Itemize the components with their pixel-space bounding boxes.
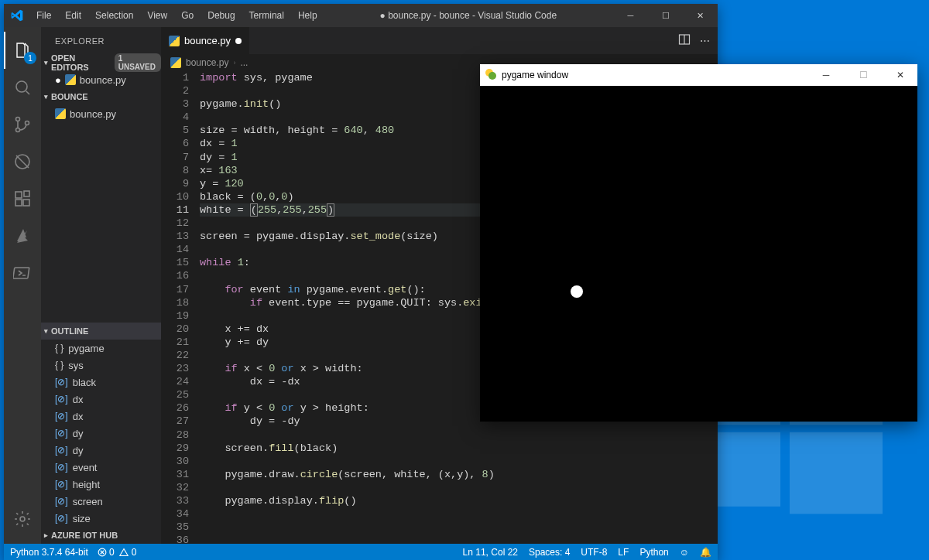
pygame-minimize-button[interactable]: ─	[809, 64, 843, 86]
chevron-down-icon: ▾	[44, 59, 48, 67]
bouncing-ball	[571, 285, 583, 298]
azure-iot-header[interactable]: ▸ AZURE IOT HUB	[41, 527, 161, 544]
titlebar[interactable]: File Edit Selection View Go Debug Termin…	[4, 4, 718, 27]
outline-item-label: dy	[73, 445, 84, 456]
breadcrumb-more[interactable]: ...	[240, 57, 248, 68]
outline-item[interactable]: [⊘]dx	[41, 408, 161, 425]
settings-gear-icon[interactable]	[4, 500, 41, 538]
language-mode[interactable]: Python	[639, 547, 668, 558]
explorer-icon[interactable]: 1	[4, 32, 41, 69]
file-item[interactable]: bounce.py	[41, 105, 161, 122]
warning-count: 0	[132, 547, 137, 558]
sidebar-title: EXPLORER	[41, 27, 161, 54]
azure-icon[interactable]	[4, 217, 41, 254]
window-title: ● bounce.py - bounce - Visual Studio Cod…	[324, 10, 613, 21]
tab-bounce-py[interactable]: bounce.py	[161, 27, 250, 54]
symbol-icon: { }	[55, 343, 63, 353]
powershell-icon[interactable]	[4, 254, 41, 292]
menu-terminal[interactable]: Terminal	[243, 7, 290, 24]
source-control-icon[interactable]	[4, 106, 41, 143]
minimize-button[interactable]: ─	[613, 4, 648, 27]
svg-point-18	[488, 72, 496, 80]
outline-item[interactable]: [⊘]event	[41, 459, 161, 476]
menu-selection[interactable]: Selection	[89, 7, 139, 24]
activity-bar: 1	[4, 27, 41, 544]
outline-item-label: dx	[73, 394, 84, 405]
tab-label: bounce.py	[184, 35, 231, 46]
line-numbers-gutter: 1234567891011121314151617181920212223242…	[161, 71, 200, 544]
encoding-status[interactable]: UTF-8	[581, 547, 607, 558]
breadcrumb-file[interactable]: bounce.py	[186, 57, 228, 68]
outline-item-label: dx	[73, 411, 84, 422]
close-button[interactable]: ✕	[683, 4, 718, 27]
feedback-icon[interactable]: ☺	[680, 547, 689, 558]
outline-item[interactable]: { }sys	[41, 357, 161, 374]
outline-item[interactable]: [⊘]dx	[41, 391, 161, 408]
more-actions-icon[interactable]: ⋯	[700, 35, 710, 46]
pygame-icon	[485, 68, 497, 83]
python-file-icon	[170, 57, 181, 68]
modified-indicator-icon	[235, 38, 242, 44]
outline-label: OUTLINE	[51, 326, 88, 336]
status-bar: Python 3.7.4 64-bit 0 0 Ln 11, Col 22 Sp…	[4, 544, 718, 560]
symbol-icon: [⊘]	[55, 513, 68, 524]
python-file-icon	[65, 74, 76, 85]
outline-item[interactable]: [⊘]screen	[41, 493, 161, 510]
indentation-status[interactable]: Spaces: 4	[529, 547, 570, 558]
open-editors-header[interactable]: ▾ OPEN EDITORS 1 UNSAVED	[41, 54, 161, 71]
tab-actions: ⋯	[678, 27, 718, 54]
azure-label: AZURE IOT HUB	[51, 531, 118, 540]
cursor-position[interactable]: Ln 11, Col 22	[463, 547, 518, 558]
svg-rect-10	[15, 200, 22, 206]
breadcrumb-separator-icon: ›	[233, 59, 235, 67]
pygame-titlebar[interactable]: pygame window ─ ☐ ✕	[480, 64, 917, 86]
svg-point-4	[16, 81, 27, 92]
eol-status[interactable]: LF	[618, 547, 629, 558]
outline-section: ▾ OUTLINE { }pygame{ }sys[⊘]black[⊘]dx[⊘…	[41, 323, 161, 527]
search-icon[interactable]	[4, 69, 41, 106]
outline-item[interactable]: { }pygame	[41, 340, 161, 357]
window-controls: ─ ☐ ✕	[613, 4, 718, 27]
symbol-icon: [⊘]	[55, 496, 68, 507]
svg-rect-12	[24, 191, 29, 196]
outline-header[interactable]: ▾ OUTLINE	[41, 323, 161, 340]
open-editor-filename: bounce.py	[80, 74, 126, 86]
svg-point-5	[16, 118, 20, 121]
notifications-icon[interactable]: 🔔	[700, 547, 711, 558]
outline-item[interactable]: [⊘]height	[41, 476, 161, 493]
symbol-icon: { }	[55, 360, 63, 370]
outline-item-label: event	[73, 462, 98, 473]
problems-status[interactable]: 0 0	[98, 547, 137, 558]
outline-item[interactable]: [⊘]black	[41, 374, 161, 391]
symbol-icon: [⊘]	[55, 377, 68, 388]
pygame-maximize-button[interactable]: ☐	[846, 64, 880, 86]
outline-item-label: height	[73, 479, 100, 490]
menu-view[interactable]: View	[141, 7, 173, 24]
explorer-sidebar: EXPLORER ▾ OPEN EDITORS 1 UNSAVED ● boun…	[41, 27, 161, 544]
outline-item[interactable]: [⊘]dy	[41, 442, 161, 459]
editor-tabs: bounce.py ⋯	[161, 27, 718, 54]
maximize-button[interactable]: ☐	[648, 4, 683, 27]
outline-item-label: black	[73, 377, 96, 388]
menu-help[interactable]: Help	[292, 7, 324, 24]
chevron-down-icon: ▾	[44, 327, 48, 335]
open-editor-item[interactable]: ● bounce.py	[41, 71, 161, 88]
outline-item[interactable]: [⊘]size	[41, 510, 161, 527]
svg-point-7	[26, 121, 29, 125]
python-interpreter[interactable]: Python 3.7.4 64-bit	[10, 547, 88, 558]
explorer-badge: 1	[24, 52, 36, 64]
outline-item[interactable]: [⊘]dy	[41, 425, 161, 442]
extensions-icon[interactable]	[4, 180, 41, 217]
menu-file[interactable]: File	[30, 7, 57, 24]
split-editor-icon[interactable]	[678, 33, 691, 48]
folder-header[interactable]: ▾ BOUNCE	[41, 88, 161, 105]
file-name-label: bounce.py	[70, 108, 116, 120]
vscode-logo-icon	[4, 9, 30, 22]
outline-item-label: dy	[73, 428, 84, 439]
menu-debug[interactable]: Debug	[201, 7, 241, 24]
pygame-close-button[interactable]: ✕	[883, 64, 917, 86]
menu-go[interactable]: Go	[175, 7, 200, 24]
debug-icon[interactable]	[4, 143, 41, 180]
menu-edit[interactable]: Edit	[59, 7, 87, 24]
outline-item-label: screen	[73, 496, 103, 507]
